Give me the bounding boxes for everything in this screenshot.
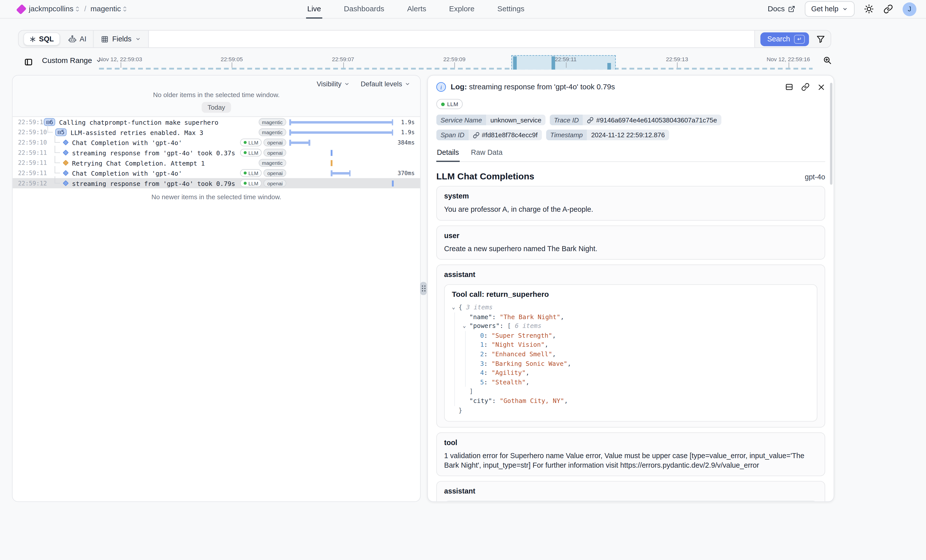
json-indent-guide	[465, 340, 473, 350]
default-levels-dropdown[interactable]: Default levels	[360, 80, 410, 88]
message-text: Create a new superhero named The Bark Ni…	[444, 245, 817, 254]
log-row[interactable]: 22:59:11Retrying Chat Completion. Attemp…	[12, 158, 420, 168]
json-indent-guide	[454, 387, 463, 396]
span-track	[289, 168, 393, 178]
chevron-down-icon	[404, 81, 410, 87]
today-button[interactable]: Today	[201, 102, 231, 113]
log-row[interactable]: 22:59:11streaming response from 'gpt-4o'…	[12, 148, 420, 158]
json-indent-guide	[465, 359, 473, 368]
visibility-dropdown[interactable]: Visibility	[316, 80, 350, 88]
tab-alerts[interactable]: Alerts	[406, 0, 428, 18]
llm-badge: LLM	[436, 99, 463, 109]
json-indent-guide	[454, 368, 463, 377]
user-avatar[interactable]: J	[903, 2, 917, 16]
timeline-tick-mark	[121, 62, 121, 68]
sql-mode-button[interactable]: SQL	[23, 32, 60, 46]
detail-tab-raw-data[interactable]: Raw Data	[470, 148, 503, 162]
json-collapse-chevron-icon[interactable]: ⌄	[452, 303, 458, 312]
get-help-button[interactable]: Get help	[805, 1, 855, 17]
search-input[interactable]	[149, 30, 755, 47]
docs-link[interactable]: Docs	[767, 5, 795, 13]
enter-key-icon: ↵	[794, 35, 805, 44]
scrollbar-thumb[interactable]	[830, 83, 832, 185]
tab-settings[interactable]: Settings	[496, 0, 526, 18]
meta-label: Service Name	[436, 115, 486, 125]
span-tick-mark	[331, 149, 332, 156]
theme-toggle-button[interactable]	[864, 4, 874, 14]
message-card-assistant: assistantTool call: return_superhero⌄{ 3…	[436, 481, 825, 502]
meta-span-id[interactable]: Span ID#fd81e8f78c4ecc9f	[436, 130, 542, 140]
json-line: "city": "Gotham City, NY",	[452, 396, 810, 406]
json-token: :	[484, 359, 491, 368]
search-bar: SQL AI Fields Search ↵	[18, 30, 831, 48]
badge-magentic: magentic	[258, 118, 286, 126]
sparkle-icon	[29, 36, 36, 42]
json-indent-guide	[454, 331, 463, 340]
log-row[interactable]: 22:59:10⊟6Calling chatprompt-function ma…	[12, 117, 420, 127]
meta-label: Trace ID	[550, 115, 583, 125]
timeline[interactable]: Nov 12, 22:59:0322:59:0522:59:0722:59:09…	[99, 54, 813, 70]
link-icon	[587, 117, 594, 123]
span-duration-bar	[289, 121, 393, 123]
json-token: "The Bark Night"	[500, 312, 560, 322]
message-role: assistant	[444, 270, 817, 279]
badge-llm: LLM	[240, 180, 262, 187]
fields-label: Fields	[112, 35, 132, 43]
badge-llm: LLM	[240, 149, 262, 157]
meta-service-name[interactable]: Service Nameunknown_service	[436, 115, 546, 125]
log-row[interactable]: 22:59:10Chat Completion with 'gpt-4o'LLM…	[12, 137, 420, 148]
collapse-sidebar-button[interactable]	[21, 55, 35, 68]
json-indent-spacer	[474, 350, 480, 359]
time-range-selector[interactable]: Custom Range	[42, 56, 102, 65]
tab-live[interactable]: Live	[306, 0, 322, 18]
json-token: "Super Strength"	[492, 331, 552, 340]
zoom-in-button[interactable]	[823, 56, 832, 65]
message-role: tool	[444, 439, 817, 447]
chevron-down-icon	[344, 81, 350, 87]
meta-timestamp[interactable]: Timestamp2024-11-12 22:59:12.876	[546, 130, 669, 140]
get-help-label: Get help	[811, 5, 838, 13]
json-token: "Gotham City, NY"	[500, 396, 564, 406]
collapse-group-badge[interactable]: ⊟6	[44, 118, 55, 126]
copy-link-button[interactable]	[801, 83, 809, 91]
json-line: ⌄"powers": [ 6 items	[452, 322, 810, 331]
log-row[interactable]: 22:59:11Chat Completion with 'gpt-4o'LLM…	[12, 168, 420, 178]
log-timestamp: 22:59:10	[12, 129, 43, 136]
model-name: gpt-4o	[805, 173, 825, 181]
collapse-group-badge[interactable]: ⊟5	[55, 128, 67, 136]
green-dot-icon	[244, 182, 247, 185]
search-button[interactable]: Search ↵	[761, 32, 809, 46]
json-collapse-chevron-icon[interactable]: ⌄	[463, 322, 469, 331]
brand-logo-icon	[16, 4, 27, 14]
ai-mode-button[interactable]: AI	[66, 35, 88, 44]
log-row[interactable]: 22:59:10⊟5LLM-assisted retries enabled. …	[12, 127, 420, 137]
log-timestamp: 22:59:11	[12, 170, 43, 176]
org-selector[interactable]: jackmpcollins	[29, 5, 80, 13]
panel-resize-handle[interactable]	[420, 282, 427, 295]
json-token: "name"	[469, 312, 492, 322]
project-selector[interactable]: magentic	[91, 5, 127, 13]
meta-value: unknown_service	[486, 115, 546, 125]
layout-toggle-button[interactable]	[785, 83, 793, 91]
json-token: :	[484, 331, 491, 340]
share-link-button[interactable]	[883, 4, 893, 14]
timeline-tick-label: 22:59:09	[443, 56, 465, 62]
close-button[interactable]	[817, 83, 825, 91]
json-indent-guide	[454, 322, 463, 331]
message-role: assistant	[444, 487, 817, 495]
tab-dashboards[interactable]: Dashboards	[343, 0, 386, 18]
filter-button[interactable]	[816, 35, 825, 44]
log-row[interactable]: 22:59:12streaming response from 'gpt-4o'…	[12, 178, 420, 189]
log-detail-panel: i Log: streaming response from 'gpt-4o' …	[427, 75, 834, 502]
timeline-tick-mark	[677, 62, 678, 68]
detail-tab-details[interactable]: Details	[436, 148, 460, 162]
json-indent-guide	[454, 340, 463, 350]
meta-label: Span ID	[436, 130, 469, 140]
json-indent-spacer	[463, 312, 469, 322]
fields-dropdown[interactable]: Fields	[93, 30, 149, 47]
badge-magentic: magentic	[258, 128, 286, 136]
span-track	[289, 127, 393, 137]
meta-trace-id[interactable]: Trace ID#9146a6974e4e6140538043607a71c75…	[550, 115, 721, 125]
tree-connector	[55, 135, 60, 142]
tab-explore[interactable]: Explore	[448, 0, 476, 18]
